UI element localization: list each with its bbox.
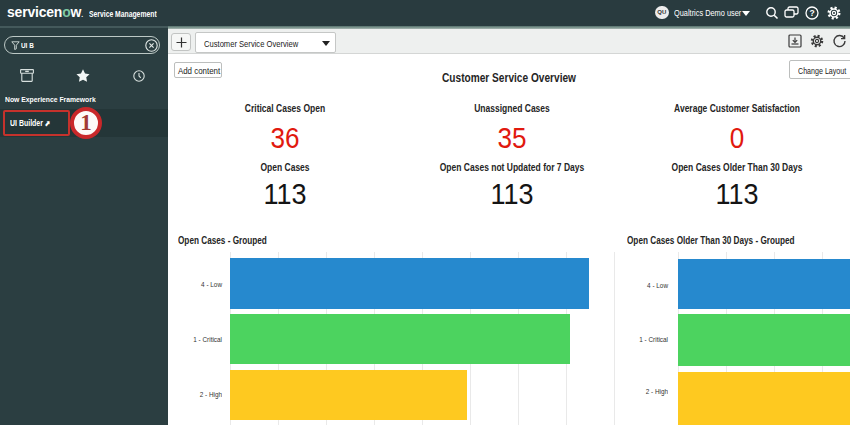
svg-text:?: ?: [809, 8, 814, 18]
